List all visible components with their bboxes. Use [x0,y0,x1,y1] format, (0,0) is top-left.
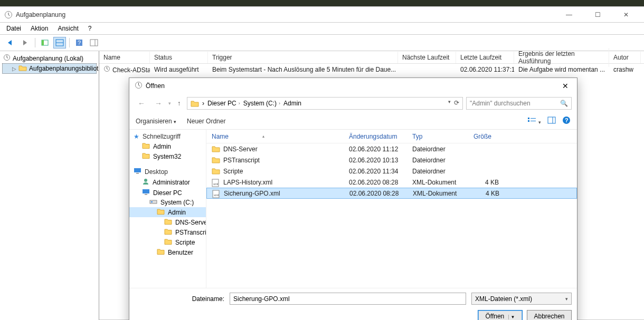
scope-button[interactable] [39,37,51,49]
chevron-down-icon: ▾ [565,296,568,302]
filename-input[interactable] [230,293,466,305]
nav-quick-access[interactable]: ★Schnellzugriff [129,132,206,141]
refresh-icon[interactable]: ⟳ [454,99,459,106]
svg-rect-20 [134,168,141,172]
folder-icon [164,228,172,236]
clock-icon [135,81,143,91]
folder-icon [18,64,27,73]
details-pane-button[interactable] [53,37,66,49]
nav-item-benutzer[interactable]: Benutzer [129,247,206,257]
xml-file-icon: xml [212,190,221,197]
view-menu-icon[interactable]: ▾ [527,117,541,125]
file-row[interactable]: PSTranscript02.06.2020 10:13Dateiordner [206,154,577,166]
svg-rect-26 [151,201,153,202]
file-row[interactable]: Scripte02.06.2020 11:34Dateiordner [206,166,577,177]
maximize-button[interactable]: ☐ [588,9,607,20]
nav-item-dns-server[interactable]: DNS-Server [129,217,206,227]
nav-tree[interactable]: ★Schnellzugriff Admin System32 Desktop A… [129,130,206,288]
file-row[interactable]: xmlLAPS-History.xml02.06.2020 08:28XML-D… [206,177,577,188]
nav-item-system32[interactable]: System32 [129,151,206,161]
file-row[interactable]: xmlSicherung-GPO.xml02.06.2020 08:28XML-… [206,188,577,199]
desktop-icon [134,168,141,176]
folder-icon [212,157,220,164]
menu-file[interactable]: Datei [6,25,21,32]
filter-select[interactable]: XML-Dateien (*.xml)▾ [471,293,572,305]
file-list-header: Name ▴ Änderungsdatum Typ Größe [206,130,577,143]
search-input[interactable]: "Admin" durchsuchen 🔍 [466,97,572,110]
chevron-down-icon: ▾ [174,119,176,124]
task-row[interactable]: Check-ADStart Wird ausgeführt Beim Syste… [99,64,644,75]
close-button[interactable]: ✕ [617,9,636,20]
sort-asc-icon: ▴ [262,134,264,139]
svg-rect-12 [528,118,529,119]
preview-pane-icon[interactable] [547,117,556,125]
pc-icon [142,189,150,197]
nav-item-admin-folder[interactable]: Admin [129,207,206,217]
svg-rect-21 [136,173,139,174]
star-icon: ★ [134,133,139,140]
nav-back-button[interactable]: ← [135,99,148,108]
drive-icon [149,199,157,206]
svg-rect-13 [528,120,529,122]
filename-label: Dateiname: [135,295,224,303]
open-dialog: Öffnen ✕ ← → ▾ ↑ › Dieser PC› System (C:… [129,77,577,320]
folder-icon [164,238,172,246]
nav-item-system-c[interactable]: System (C:) [129,198,206,207]
dialog-close-button[interactable]: ✕ [559,82,572,90]
clock-icon [4,11,13,19]
svg-text:xml: xml [213,182,218,186]
folder-icon [142,152,150,160]
svg-rect-25 [150,200,157,203]
tree-root[interactable]: Aufgabenplanung (Lokal) [2,53,97,63]
dialog-title: Öffnen [146,82,559,90]
svg-text:?: ? [78,40,81,46]
clock-icon [3,54,11,63]
menu-help[interactable]: ? [88,25,92,32]
svg-rect-24 [145,194,147,195]
folder-icon [212,146,220,153]
nav-item-admin[interactable]: Admin [129,141,206,151]
menu-action[interactable]: Aktion [31,25,48,32]
cancel-button[interactable]: Abbrechen [527,310,572,320]
help-icon[interactable]: ? [562,116,571,126]
svg-text:xml: xml [214,193,219,197]
nav-item-administrator[interactable]: Administrator [129,177,206,188]
svg-rect-23 [143,189,149,193]
svg-rect-7 [90,40,98,46]
tree-library[interactable]: ▷ Aufgabenplanungsbibliot [2,63,97,74]
search-icon: 🔍 [560,100,568,107]
organize-menu[interactable]: Organisieren ▾ [136,118,176,125]
clock-icon [103,66,110,74]
nav-item-pstranscript[interactable]: PSTranscript [129,227,206,237]
chevron-right-icon[interactable]: ▷ [12,66,16,72]
back-button[interactable] [4,37,17,49]
folder-icon [212,168,220,175]
nav-forward-button[interactable]: → [151,99,165,108]
nav-desktop[interactable]: Desktop [129,167,206,177]
svg-point-22 [144,179,147,182]
new-folder-button[interactable]: Neuer Ordner [187,118,225,125]
minimize-button[interactable]: — [560,9,579,20]
nav-item-this-pc[interactable]: Dieser PC [129,188,206,198]
menu-view[interactable]: Ansicht [58,25,78,32]
help-button[interactable]: ? [73,37,86,49]
window-title: Aufgabenplanung [16,11,560,18]
svg-rect-2 [42,40,44,45]
folder-icon [164,218,172,226]
action-pane-button[interactable] [88,37,100,49]
folder-icon [157,248,165,256]
open-button[interactable]: Öffnen ▼ [478,310,523,320]
folder-icon [191,100,199,107]
folder-icon [157,208,165,216]
nav-item-scripte[interactable]: Scripte [129,237,206,247]
svg-rect-16 [548,117,555,123]
forward-button[interactable] [19,37,32,49]
path-breadcrumb[interactable]: › Dieser PC› System (C:)› Admin ▾⟳ [187,97,463,110]
xml-file-icon: xml [212,179,220,186]
user-icon [142,178,149,187]
chevron-down-icon[interactable]: ▾ [448,99,451,106]
file-row[interactable]: DNS-Server02.06.2020 11:12Dateiordner [206,143,577,154]
nav-up-button[interactable]: ↑ [174,100,184,107]
task-grid-header: Name Status Trigger Nächste Laufzeit Let… [99,51,644,64]
svg-text:?: ? [565,117,569,123]
